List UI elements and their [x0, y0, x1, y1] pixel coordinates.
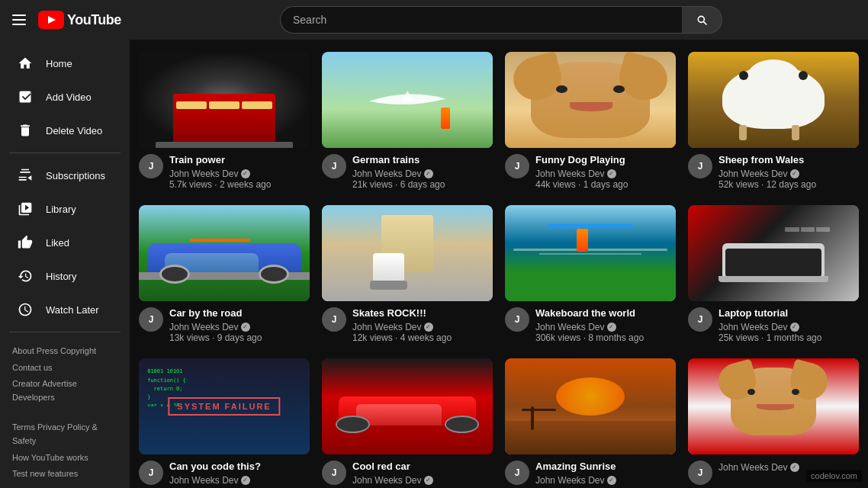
avatar: J [688, 461, 712, 485]
sidebar-item-delete-video[interactable]: Delete Video [5, 114, 125, 146]
verified-icon: ✓ [241, 323, 250, 332]
sidebar-label-library: Library [46, 204, 76, 215]
video-meta: Cool red car John Weeks Dev ✓ [352, 461, 493, 486]
video-grid: J Train power John Weeks Dev ✓ 5.7k view… [139, 52, 859, 488]
video-card[interactable]: J Funny Dog Playing John Weeks Dev ✓ 44k… [505, 52, 676, 193]
video-meta: Laptop tutorial John Weeks Dev ✓ 25k vie… [719, 307, 859, 343]
video-card[interactable]: J German trains John Weeks Dev ✓ 21k vie… [322, 52, 493, 193]
sidebar-item-liked[interactable]: Liked [5, 226, 125, 258]
video-views: 25k views · 1 months ago [719, 332, 859, 343]
video-title: Car by the road [169, 307, 310, 320]
video-title: Funny Dog Playing [535, 154, 676, 167]
video-title: Train power [169, 154, 310, 167]
youtube-logo[interactable]: YouTube [38, 11, 121, 29]
sidebar-label-watch-later: Watch Later [46, 304, 99, 316]
video-card[interactable]: J Amazing Sunrise John Weeks Dev ✓ [505, 358, 676, 488]
verified-icon: ✓ [790, 463, 799, 472]
video-card[interactable]: J Car by the road John Weeks Dev ✓ 13k v… [139, 205, 310, 346]
video-thumbnail [322, 205, 493, 301]
sidebar-item-home[interactable]: Home [5, 47, 125, 79]
sidebar-footer: About Press Copyright Contact us Creator… [0, 339, 130, 488]
footer-terms[interactable]: Terms Privacy Policy & Safety [12, 421, 117, 448]
verified-icon: ✓ [607, 323, 616, 332]
video-card[interactable]: J Cool red car John Weeks Dev ✓ [322, 358, 493, 488]
video-thumbnail [505, 205, 676, 301]
video-info: J German trains John Weeks Dev ✓ 21k vie… [322, 148, 493, 193]
avatar: J [505, 307, 529, 332]
avatar: J [688, 307, 712, 332]
video-meta: Wakeboard the world John Weeks Dev ✓ 306… [535, 307, 676, 343]
video-title: Amazing Sunrise [535, 461, 676, 474]
home-icon [17, 55, 34, 72]
video-thumbnail [688, 52, 859, 148]
video-card[interactable]: J John Weeks Dev ✓ [688, 358, 859, 488]
footer-how[interactable]: How YouTube works [12, 451, 117, 465]
verified-icon: ✓ [424, 476, 433, 485]
avatar: J [322, 461, 346, 485]
video-info: J Can you code this? John Weeks Dev ✓ [139, 454, 310, 488]
video-channel: John Weeks Dev ✓ [169, 322, 310, 332]
video-meta: Funny Dog Playing John Weeks Dev ✓ 44k v… [535, 154, 676, 190]
sidebar-item-watch-later[interactable]: Watch Later [5, 294, 125, 326]
avatar: J [505, 461, 529, 485]
video-channel: John Weeks Dev ✓ [535, 322, 676, 332]
avatar: J [505, 154, 529, 178]
video-meta: Can you code this? John Weeks Dev ✓ [169, 461, 310, 486]
footer-creator[interactable]: Creator Advertise Developers [12, 377, 117, 404]
sidebar-label-delete-video: Delete Video [46, 125, 102, 136]
video-thumbnail [688, 358, 859, 454]
video-channel: John Weeks Dev ✓ [169, 169, 310, 179]
video-card[interactable]: J Sheep from Wales John Weeks Dev ✓ 52k … [688, 52, 859, 193]
hamburger-button[interactable] [9, 11, 29, 28]
video-channel: John Weeks Dev ✓ [169, 475, 310, 486]
youtube-logo-text: YouTube [67, 12, 121, 28]
video-info: J Skates ROCK!!! John Weeks Dev ✓ 12k vi… [322, 301, 493, 346]
sidebar-label-liked: Liked [46, 237, 69, 249]
video-card[interactable]: 01001 10101function() { return 0;}var x … [139, 358, 310, 488]
video-card[interactable]: J Wakeboard the world John Weeks Dev ✓ 3… [505, 205, 676, 346]
verified-icon: ✓ [607, 476, 616, 485]
video-channel: John Weeks Dev ✓ [719, 322, 859, 332]
footer-about[interactable]: About Press Copyright [12, 345, 117, 358]
verified-icon: ✓ [241, 169, 250, 178]
header: YouTube [0, 0, 868, 40]
video-thumbnail [322, 52, 493, 148]
main-body: Home Add Video Delete Video Subscription… [0, 40, 868, 488]
search-bar [280, 6, 722, 34]
sidebar-item-library[interactable]: Library [5, 193, 125, 225]
video-card[interactable]: J Skates ROCK!!! John Weeks Dev ✓ 12k vi… [322, 205, 493, 346]
search-input[interactable] [280, 6, 682, 34]
video-views: 306k views · 8 months ago [535, 332, 676, 343]
sidebar-item-add-video[interactable]: Add Video [5, 81, 125, 113]
footer-contact[interactable]: Contact us [12, 361, 117, 375]
video-title: Laptop tutorial [719, 307, 859, 320]
search-button[interactable] [682, 6, 722, 34]
video-thumbnail [139, 52, 310, 148]
avatar: J [322, 307, 346, 332]
video-views: 52k views · 12 days ago [719, 179, 859, 190]
video-thumbnail [322, 358, 493, 454]
library-icon [17, 201, 34, 217]
youtube-logo-icon [38, 11, 64, 29]
video-meta: German trains John Weeks Dev ✓ 21k views… [352, 154, 493, 190]
sidebar-item-history[interactable]: History [5, 260, 125, 292]
video-title: German trains [352, 154, 493, 167]
video-card[interactable]: J Laptop tutorial John Weeks Dev ✓ 25k v… [688, 205, 859, 346]
sidebar-item-subscriptions[interactable]: Subscriptions [5, 159, 125, 191]
verified-icon: ✓ [424, 323, 433, 332]
footer-test[interactable]: Test new features [12, 467, 117, 481]
video-meta: Car by the road John Weeks Dev ✓ 13k vie… [169, 307, 310, 343]
video-card[interactable]: J Train power John Weeks Dev ✓ 5.7k view… [139, 52, 310, 193]
sidebar: Home Add Video Delete Video Subscription… [0, 40, 130, 488]
video-info: J Car by the road John Weeks Dev ✓ 13k v… [139, 301, 310, 346]
verified-icon: ✓ [424, 169, 433, 178]
avatar: J [139, 461, 163, 485]
video-channel: John Weeks Dev ✓ [352, 169, 493, 179]
video-thumbnail: 01001 10101function() { return 0;}var x … [139, 358, 310, 454]
video-info: J Train power John Weeks Dev ✓ 5.7k view… [139, 148, 310, 193]
video-info: J Amazing Sunrise John Weeks Dev ✓ [505, 454, 676, 488]
sidebar-label-subscriptions: Subscriptions [46, 170, 105, 181]
video-info: J Cool red car John Weeks Dev ✓ [322, 454, 493, 488]
video-info: J Funny Dog Playing John Weeks Dev ✓ 44k… [505, 148, 676, 193]
video-meta: Amazing Sunrise John Weeks Dev ✓ [535, 461, 676, 486]
